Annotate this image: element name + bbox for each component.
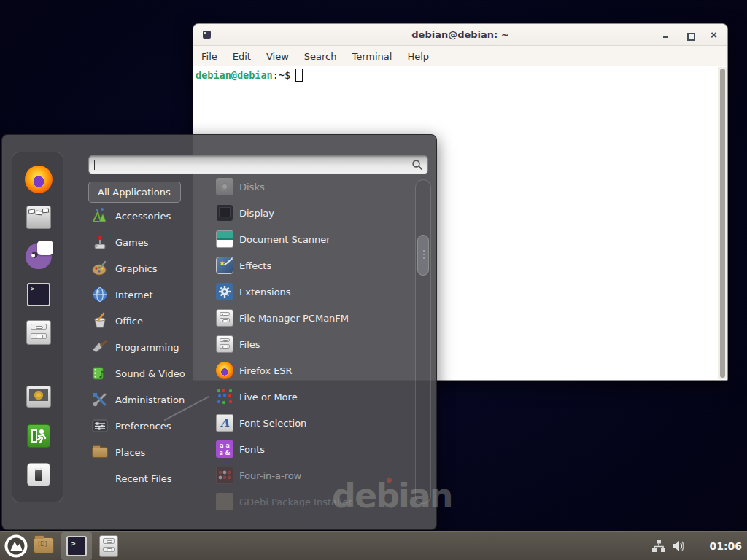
volume-icon[interactable] (671, 539, 686, 553)
terminal-cursor (295, 69, 303, 82)
menu-help[interactable]: Help (407, 51, 429, 62)
menu-logo-icon[interactable] (4, 534, 28, 558)
sound-video-icon: ♪ (91, 365, 109, 382)
terminal-app-icon (203, 31, 211, 39)
app-item-effects[interactable]: Effects (205, 252, 409, 279)
file-cabinet-icon[interactable] (26, 320, 51, 345)
app-item-document-scanner[interactable]: Document Scanner (205, 226, 409, 252)
maximize-icon[interactable] (686, 31, 694, 39)
category-programming[interactable]: Programming (88, 334, 198, 360)
magnifier-icon (411, 159, 423, 171)
administration-icon (91, 391, 109, 408)
menu-view[interactable]: View (266, 51, 289, 62)
terminal-scrollbar-thumb[interactable] (720, 69, 725, 378)
category-places[interactable]: Places (88, 439, 198, 465)
terminal-prompt: debian@debian:~$ (196, 69, 303, 82)
five-or-more-icon (216, 388, 233, 405)
category-internet[interactable]: Internet (88, 281, 198, 308)
watermark-red-dot (387, 478, 392, 483)
app-item-font-selection[interactable]: A Font Selection (205, 410, 409, 436)
prompt-user-host: debian@debian (196, 69, 273, 81)
office-icon (91, 312, 109, 330)
font-selection-icon: A (216, 414, 233, 432)
gdebi-icon (216, 493, 233, 510)
prompt-suffix: :~$ (273, 69, 290, 81)
app-item-extensions[interactable]: Extensions (205, 279, 409, 305)
menu-edit[interactable]: Edit (233, 51, 251, 62)
apps-scrollbar[interactable] (415, 179, 431, 504)
internet-icon (91, 286, 109, 303)
category-accessories[interactable]: Accessories (88, 203, 198, 229)
firefox-icon (216, 362, 233, 379)
category-graphics[interactable]: Graphics (88, 255, 198, 281)
text-caret (94, 160, 95, 170)
document-scanner-icon (216, 230, 233, 248)
programming-icon (91, 338, 109, 356)
file-cabinet-icon (216, 309, 233, 327)
shutdown-icon[interactable] (27, 463, 50, 486)
app-item-file-manager-pcmanfm[interactable]: File Manager PCManFM (205, 305, 409, 331)
lock-screen-icon[interactable] (26, 386, 51, 408)
category-sound-video[interactable]: ♪ Sound & Video (88, 360, 198, 386)
folder-icon[interactable]: [D] (34, 537, 54, 553)
four-in-a-row-icon (216, 467, 233, 484)
category-recent-files[interactable]: Recent Files (88, 465, 198, 491)
effects-icon (216, 257, 233, 274)
menu-file[interactable]: File (201, 51, 217, 62)
package-manager-icon[interactable] (26, 206, 51, 229)
preferences-icon (91, 417, 109, 435)
app-item-five-or-more[interactable]: Five or More (205, 384, 409, 410)
network-icon[interactable] (651, 539, 666, 553)
svg-text:♪: ♪ (98, 369, 104, 380)
terminal-menubar: File Edit View Search Terminal Help (193, 46, 727, 66)
terminal-scrollbar[interactable] (718, 67, 727, 379)
app-item-files[interactable]: Files (205, 331, 409, 357)
fonts-icon: a aa & (216, 440, 233, 458)
close-icon[interactable] (710, 31, 719, 39)
terminal-icon (66, 536, 87, 556)
category-preferences[interactable]: Preferences (88, 413, 198, 439)
places-icon (91, 443, 109, 461)
app-item-fonts[interactable]: a aa & Fonts (205, 436, 409, 462)
disks-icon (216, 178, 233, 195)
clock[interactable]: 01:06 (709, 532, 742, 560)
extensions-icon (216, 283, 233, 300)
app-item-disks[interactable]: Disks (205, 174, 409, 200)
category-all-applications[interactable]: All Applications (88, 182, 181, 203)
terminal-icon[interactable] (27, 283, 50, 306)
search-input[interactable] (88, 155, 428, 174)
file-cabinet-icon[interactable] (99, 535, 118, 557)
category-administration[interactable]: Administration (88, 386, 198, 413)
terminal-titlebar[interactable]: debian@debian: ~ (193, 24, 727, 46)
file-cabinet-icon (216, 335, 233, 353)
graphics-icon (91, 260, 109, 277)
category-office[interactable]: Office (88, 308, 198, 334)
games-icon (91, 233, 109, 251)
firefox-icon[interactable] (25, 166, 53, 193)
app-item-display[interactable]: Display (205, 200, 409, 226)
apps-scrollbar-thumb[interactable] (417, 235, 429, 276)
display-icon (216, 204, 233, 222)
terminal-title: debian@debian: ~ (193, 29, 727, 40)
search-wrap (88, 155, 428, 174)
logout-icon[interactable] (27, 424, 50, 448)
accessories-icon (91, 207, 109, 225)
taskbar-terminal-button[interactable] (61, 532, 92, 560)
debian-watermark: debian (332, 476, 452, 516)
category-games[interactable]: Games (88, 229, 198, 255)
menu-search[interactable]: Search (304, 51, 337, 62)
application-menu: All Applications Accessories Games (1, 134, 437, 530)
minimize-icon[interactable] (662, 31, 670, 39)
menu-terminal[interactable]: Terminal (352, 51, 392, 62)
pidgin-icon[interactable] (26, 243, 52, 269)
taskbar: [D] 01:06 (0, 531, 747, 560)
app-item-firefox-esr[interactable]: Firefox ESR (205, 357, 409, 384)
